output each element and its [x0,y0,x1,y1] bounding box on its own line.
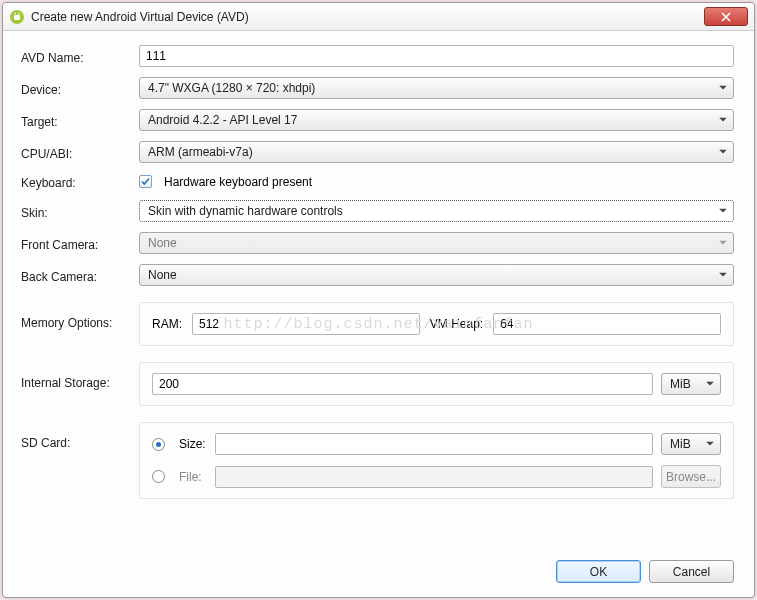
browse-button: Browse... [661,465,721,488]
target-value: Android 4.2.2 - API Level 17 [148,113,297,127]
back-camera-label: Back Camera: [21,267,139,284]
sd-size-radio[interactable] [152,438,165,451]
cancel-button[interactable]: Cancel [649,560,734,583]
skin-combo[interactable]: Skin with dynamic hardware controls [139,200,734,222]
target-label: Target: [21,112,139,129]
dialog-window: Create new Android Virtual Device (AVD) … [2,2,755,598]
chevron-down-icon [719,209,727,214]
memory-group: RAM: VM Heap: [139,302,734,346]
avd-name-input[interactable] [139,45,734,67]
dialog-button-row: OK Cancel [21,546,734,583]
back-camera-combo[interactable]: None [139,264,734,286]
cpu-abi-label: CPU/ABI: [21,144,139,161]
form-area: AVD Name: Device: 4.7" WXGA (1280 × 720:… [21,45,734,499]
window-title: Create new Android Virtual Device (AVD) [31,10,704,24]
chevron-down-icon [706,442,714,447]
keyboard-checkbox-label: Hardware keyboard present [164,175,312,189]
sd-file-radio[interactable] [152,470,165,483]
close-button[interactable] [704,7,748,26]
sd-card-group: Size: MiB File: Brows [139,422,734,499]
chevron-down-icon [706,382,714,387]
device-combo[interactable]: 4.7" WXGA (1280 × 720: xhdpi) [139,77,734,99]
front-camera-combo: None [139,232,734,254]
sd-file-input [215,466,653,488]
internal-storage-unit-combo[interactable]: MiB [661,373,721,395]
skin-value: Skin with dynamic hardware controls [148,204,343,218]
chevron-down-icon [719,273,727,278]
keyboard-label: Keyboard: [21,173,139,190]
device-label: Device: [21,80,139,97]
cpu-abi-combo[interactable]: ARM (armeabi-v7a) [139,141,734,163]
internal-storage-input[interactable] [152,373,653,395]
internal-storage-unit-value: MiB [670,377,691,391]
chevron-down-icon [719,150,727,155]
svg-rect-1 [14,15,20,20]
android-icon [9,9,25,25]
front-camera-value: None [148,236,177,250]
ram-input[interactable] [192,313,420,335]
sd-size-input[interactable] [215,433,653,455]
memory-options-label: Memory Options: [21,302,139,330]
avd-name-label: AVD Name: [21,48,139,65]
front-camera-label: Front Camera: [21,235,139,252]
internal-storage-group: MiB [139,362,734,406]
dialog-content: http://blog.csdn.net/vainfanfan AVD Name… [3,31,754,597]
internal-storage-label: Internal Storage: [21,362,139,390]
chevron-down-icon [719,118,727,123]
sd-card-label: SD Card: [21,422,139,450]
svg-point-3 [18,12,20,14]
sd-size-unit-combo[interactable]: MiB [661,433,721,455]
keyboard-checkbox[interactable] [139,175,152,188]
vm-heap-label: VM Heap: [430,317,483,331]
skin-label: Skin: [21,203,139,220]
back-camera-value: None [148,268,177,282]
target-combo[interactable]: Android 4.2.2 - API Level 17 [139,109,734,131]
chevron-down-icon [719,241,727,246]
ok-button[interactable]: OK [556,560,641,583]
sd-size-label: Size: [179,437,207,451]
sd-file-label: File: [179,470,207,484]
chevron-down-icon [719,86,727,91]
ram-label: RAM: [152,317,182,331]
titlebar[interactable]: Create new Android Virtual Device (AVD) [3,3,754,31]
vm-heap-input[interactable] [493,313,721,335]
cpu-abi-value: ARM (armeabi-v7a) [148,145,253,159]
svg-point-2 [14,12,16,14]
sd-size-unit-value: MiB [670,437,691,451]
device-value: 4.7" WXGA (1280 × 720: xhdpi) [148,81,315,95]
